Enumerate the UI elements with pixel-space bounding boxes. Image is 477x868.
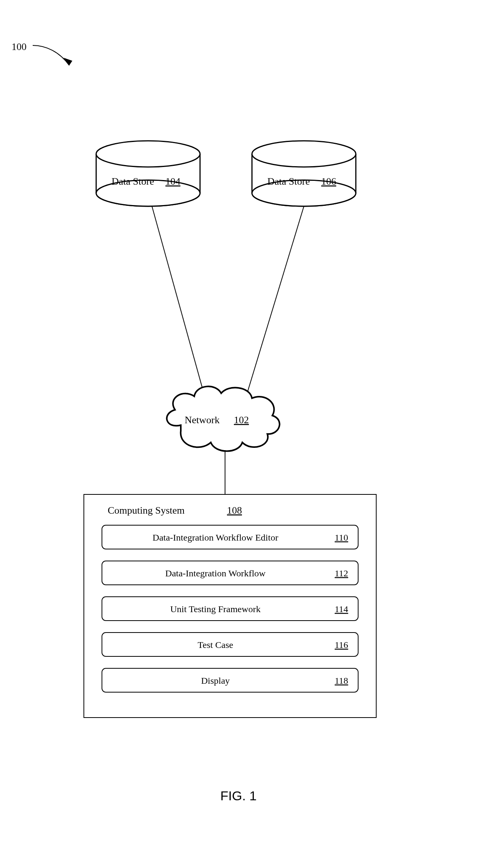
- computing-system: Computing System 108 Data-Integration Wo…: [84, 494, 376, 718]
- network-ref: 102: [234, 414, 249, 426]
- figure-caption: FIG. 1: [220, 788, 257, 803]
- figure-ref-arrow: 100: [12, 41, 72, 65]
- row-118-label: Display: [201, 676, 230, 686]
- connector-ds104-network: [152, 206, 205, 396]
- row-116-ref: 116: [335, 640, 348, 650]
- svg-point-1: [96, 141, 200, 167]
- row-114-label: Unit Testing Framework: [170, 604, 260, 614]
- datastore-106-ref: 106: [321, 176, 336, 187]
- datastore-104-label: Data Store: [112, 176, 154, 187]
- row-116: Test Case 116: [102, 633, 358, 656]
- connector-ds106-network: [246, 206, 304, 396]
- datastore-104: Data Store 104: [96, 141, 200, 206]
- computing-ref: 108: [227, 505, 242, 516]
- network-label: Network: [185, 414, 220, 426]
- row-110: Data-Integration Workflow Editor 110: [102, 525, 358, 549]
- datastore-104-ref: 104: [165, 176, 180, 187]
- svg-rect-9: [102, 668, 358, 692]
- row-110-ref: 110: [335, 532, 348, 542]
- row-116-label: Test Case: [198, 640, 233, 650]
- row-110-label: Data-Integration Workflow Editor: [153, 532, 279, 542]
- row-112-label: Data-Integration Workflow: [165, 568, 266, 578]
- row-114-ref: 114: [335, 604, 348, 614]
- row-118: Display 118: [102, 668, 358, 692]
- datastore-106-label: Data Store: [267, 176, 310, 187]
- row-112: Data-Integration Workflow 112: [102, 561, 358, 585]
- datastore-106: Data Store 106: [252, 141, 356, 206]
- computing-label: Computing System: [108, 505, 185, 516]
- network-cloud: Network 102: [167, 386, 280, 451]
- row-118-ref: 118: [335, 676, 348, 686]
- svg-point-3: [252, 141, 356, 167]
- row-112-ref: 112: [335, 568, 348, 578]
- row-114: Unit Testing Framework 114: [102, 597, 358, 621]
- figure-id: 100: [12, 41, 27, 52]
